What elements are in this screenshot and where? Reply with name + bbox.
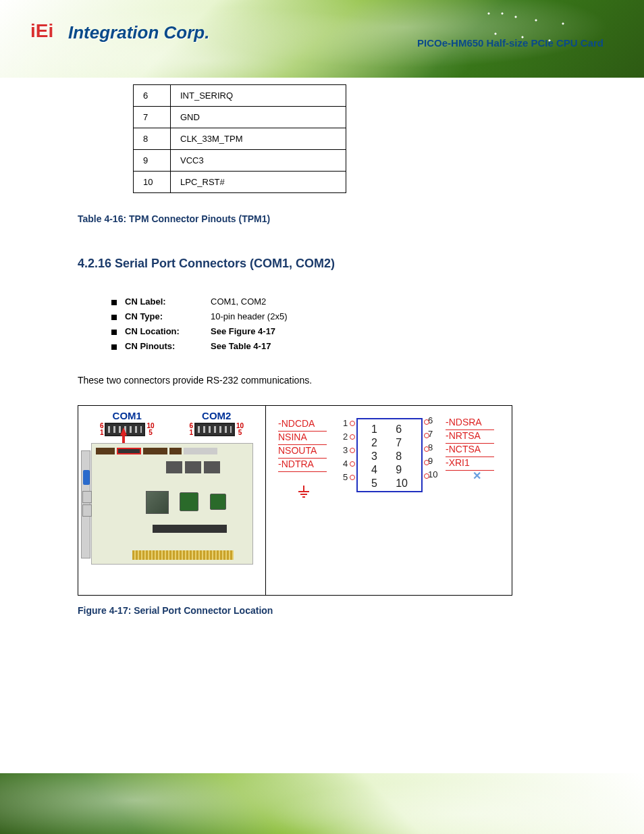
logo-text: Integration Corp.: [68, 22, 209, 43]
table-caption: Table 4-16: TPM Connector Pinouts (TPM1): [78, 213, 566, 224]
bullet-icon: [111, 330, 117, 335]
pin-icon: [350, 475, 355, 480]
figure-container: COM1 61 105 COM2 61 105: [78, 405, 512, 596]
edge-connector-icon: [132, 550, 234, 560]
cpu-chip-icon: [146, 491, 169, 514]
nc-icon: ✕: [473, 469, 481, 482]
signal-label: -NDCDA: [278, 418, 327, 432]
connector-icon: [194, 423, 235, 436]
pin-icon: [350, 461, 355, 467]
logo-icon: [30, 20, 63, 45]
connector-outline: 1 2 3 4 5 6 7 8 9 10: [356, 418, 423, 492]
signal-label: -NDSRA: [446, 417, 494, 430]
com1-label: COM1: [100, 410, 155, 421]
list-item: CN Location: See Figure 4-17: [111, 326, 566, 336]
list-item: CN Type: 10-pin header (2x5): [111, 311, 566, 321]
page-content: 6INT_SERIRQ 7GND 8CLK_33M_TPM 9VCC3 10LP…: [0, 84, 644, 616]
pin-icon: [350, 421, 355, 426]
spec-list: CN Label: COM1, COM2 CN Type: 10-pin hea…: [111, 296, 566, 351]
chip-icon: [180, 492, 198, 511]
io-ports: [82, 491, 90, 531]
table-row: 10LPC_RST#: [134, 172, 346, 193]
header-banner: Integration Corp. PICOe-HM650 Half-size …: [0, 0, 644, 78]
ground-icon: [298, 486, 309, 495]
table-row: 8CLK_33M_TPM: [134, 128, 346, 150]
signal-label: -XRI1: [446, 457, 494, 471]
brand-logo: Integration Corp.: [30, 20, 209, 45]
document-title: PICOe-HM650 Half-size PCIe CPU Card: [417, 37, 603, 49]
bullet-icon: [111, 315, 117, 320]
arrow-icon: [120, 427, 127, 436]
pcb-illustration: [91, 443, 253, 565]
signal-label: NSOUTA: [278, 445, 327, 459]
table-row: 9VCC3: [134, 150, 346, 172]
table-row: 7GND: [134, 107, 346, 128]
body-text: These two connectors provide RS-232 comm…: [78, 373, 566, 388]
ram-slot-icon: [153, 525, 227, 533]
bullet-icon: [111, 344, 117, 350]
signal-label: -NRTSA: [446, 430, 494, 444]
list-item: CN Label: COM1, COM2: [111, 296, 566, 307]
pin-icon: [350, 434, 355, 440]
banner-pattern: [482, 7, 617, 61]
list-item: CN Pinouts: See Table 4-17: [111, 341, 566, 351]
chip-icon: [210, 494, 226, 510]
figure-caption: Figure 4-17: Serial Port Connector Locat…: [78, 605, 566, 616]
pin-icon: [350, 448, 355, 453]
signal-label: -NCTSA: [446, 444, 494, 457]
bullet-icon: [111, 300, 117, 305]
footer-banner: [0, 773, 644, 834]
section-heading: 4.2.16 Serial Port Connectors (COM1, COM…: [78, 257, 566, 271]
com2-label: COM2: [189, 410, 244, 421]
table-row: 6INT_SERIRQ: [134, 85, 346, 107]
signal-label: NSINA: [278, 432, 327, 445]
figure-board-diagram: COM1 61 105 COM2 61 105: [78, 406, 266, 595]
signal-label: -NDTRA: [278, 459, 327, 472]
pinout-table: 6INT_SERIRQ 7GND 8CLK_33M_TPM 9VCC3 10LP…: [133, 84, 346, 193]
figure-pinout-diagram: 1 2 3 4 5 6 7 8 9 10 -NDCDA NSINA: [266, 406, 512, 595]
highlighted-connector: [117, 448, 141, 454]
